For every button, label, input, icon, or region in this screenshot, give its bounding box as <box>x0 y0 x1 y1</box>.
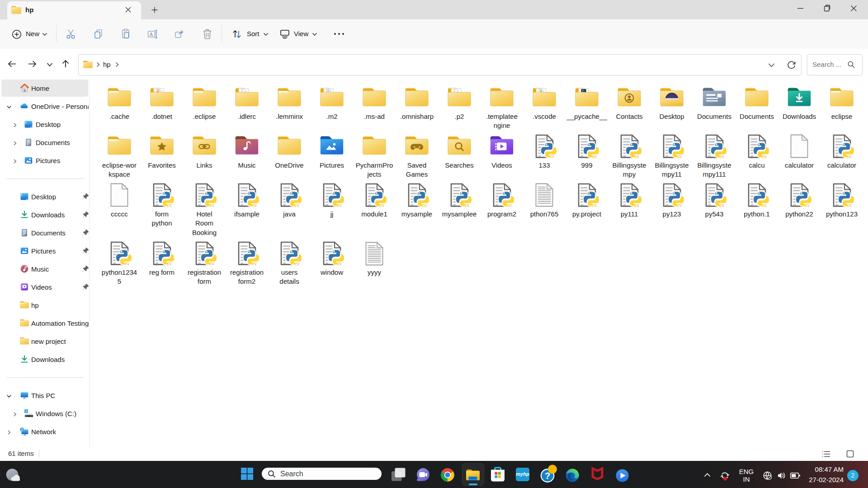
svg-text:A: A <box>150 32 153 37</box>
